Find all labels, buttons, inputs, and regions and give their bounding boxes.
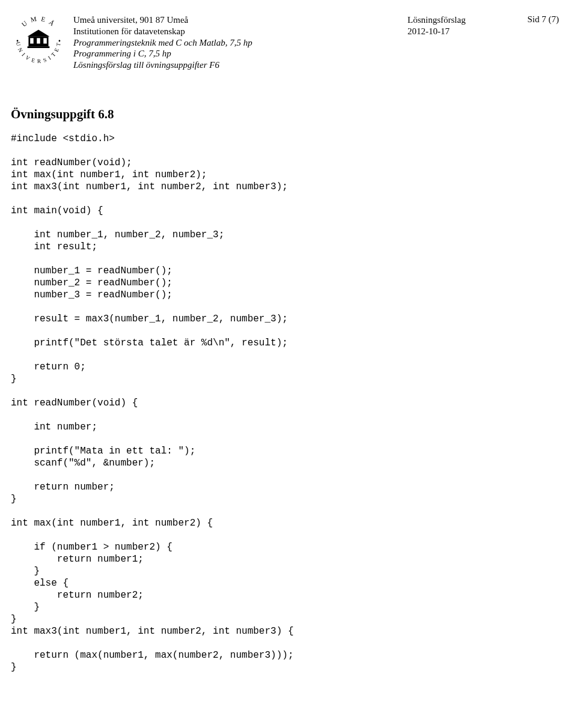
course-line-1: Programmeringsteknik med C och Matlab, 7… — [73, 37, 400, 49]
doc-date: 2012-10-17 — [408, 26, 504, 37]
course-line-2: Programmering i C, 7,5 hp — [73, 48, 400, 59]
svg-rect-2 — [30, 38, 34, 43]
svg-point-8 — [17, 40, 19, 42]
logo-building-icon — [28, 30, 50, 48]
doc-type-label: Lösningsförslag — [408, 14, 504, 26]
university-logo: U M E Å U N I V E R S I T E T — [11, 13, 66, 68]
university-name: Umeå universitet, 901 87 Umeå — [73, 14, 400, 26]
header-right-block: Lösningsförslag 2012-10-17 — [408, 13, 504, 37]
svg-rect-5 — [28, 46, 50, 48]
svg-text:U M E Å: U M E Å — [20, 15, 57, 28]
institution-name: Institutionen för datavetenskap — [73, 26, 400, 37]
code-block: #include <stdio.h> int readNumber(void);… — [11, 133, 559, 673]
document-page: U M E Å U N I V E R S I T E T Umeå unive… — [0, 0, 577, 697]
svg-marker-0 — [28, 30, 50, 37]
svg-rect-4 — [43, 38, 47, 43]
svg-rect-3 — [37, 38, 40, 43]
page-header: U M E Å U N I V E R S I T E T Umeå unive… — [11, 13, 559, 71]
header-left-block: Umeå universitet, 901 87 Umeå Institutio… — [73, 13, 400, 71]
document-subtitle: Lösningsförslag till övningsuppgifter F6 — [73, 59, 400, 71]
page-number: Sid 7 (7) — [511, 13, 559, 25]
exercise-title: Övningsuppgift 6.8 — [11, 107, 559, 122]
svg-point-9 — [59, 40, 61, 42]
